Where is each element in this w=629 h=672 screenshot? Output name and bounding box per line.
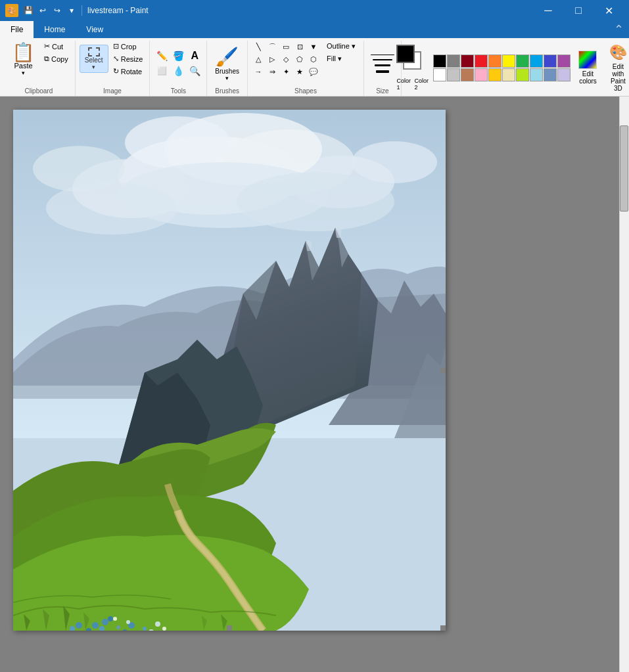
penta-shape[interactable]: ⬠ [293,53,306,65]
color1-box[interactable] [396,45,415,63]
size-display[interactable] [368,51,397,77]
size-line-1[interactable] [371,55,394,55]
shapes-group: ╲ ⌒ ▭ ⊡ ▼ △ ▷ ◇ ⬠ ⬡ → ⇒ ✦ [248,41,364,96]
brushes-button[interactable]: 🖌️ Brushes ▾ [211,43,243,84]
svg-point-28 [126,620,130,624]
pencil-button[interactable]: ✏️ [154,49,170,63]
size-line-2[interactable] [373,59,392,60]
shape-controls: Outline ▾ Fill ▾ [323,41,360,64]
color-swatch[interactable] [475,55,488,68]
ribbon: File Home View ⌃ 📋 Paste ▾ ✂ Cut [0,21,629,97]
clipboard-label: Clipboard [24,86,53,96]
color-swatch[interactable] [461,68,474,81]
tab-home[interactable]: Home [34,21,76,38]
paste-dropdown[interactable]: ▾ [22,70,25,76]
vertical-scrollbar[interactable] [619,97,629,672]
fill-button[interactable]: 🪣 [170,49,186,63]
star4-shape[interactable]: ✦ [279,66,292,78]
tools-group: ✏️ 🪣 A ⬜ 💧 🔍 Tools [150,41,207,96]
canvas-image[interactable] [13,110,446,631]
callout-shape[interactable]: 💬 [307,66,320,78]
canvas-wrapper [13,110,446,631]
color-swatch[interactable] [433,68,446,81]
star5-shape[interactable]: ★ [293,66,306,78]
copy-button[interactable]: ⧉ Copy [41,53,71,64]
close-button[interactable]: ✕ [594,0,624,21]
color-swatch[interactable] [447,68,460,81]
color-swatch[interactable] [502,68,515,81]
tab-file[interactable]: File [0,21,34,38]
edit-colors-label: Edit colors [578,70,597,85]
magnify-button[interactable]: 🔍 [187,64,202,78]
ribbon-collapse[interactable]: ⌃ [614,21,629,38]
crop-button[interactable]: ⊡ Crop [110,41,146,52]
minimize-button[interactable]: ─ [533,0,563,21]
size-tools [368,41,397,86]
clipboard-sub-buttons: ✂ Cut ⧉ Copy [41,41,71,64]
select-button[interactable]: Select ▾ [80,45,108,73]
color-swatch[interactable] [447,55,460,68]
curve-shape[interactable]: ⌒ [266,41,279,53]
arrow-shape[interactable]: → [252,66,265,78]
resize-handle-b[interactable] [227,625,232,631]
maximize-button[interactable]: □ [563,0,594,21]
color-picker-button[interactable]: 💧 [170,64,186,78]
color-swatch[interactable] [530,55,543,68]
color-swatch[interactable] [544,55,557,68]
edit-colors-button[interactable]: Edit colors [574,48,601,87]
paste-button[interactable]: 📋 Paste ▾ [7,41,40,79]
edit-with-3d-button[interactable]: 🎨 Edit with Paint 3D [605,41,629,95]
cut-button[interactable]: ✂ Cut [41,41,71,52]
fill-button[interactable]: Fill ▾ [323,53,360,64]
color-swatch[interactable] [516,68,529,81]
diamond-shape[interactable]: ◇ [279,53,292,65]
size-line-3[interactable] [375,64,390,66]
color-swatch[interactable] [502,55,515,68]
color-swatch[interactable] [557,68,571,81]
brushes-tools: 🖌️ Brushes ▾ [211,41,243,86]
rect-shape[interactable]: ▭ [279,41,292,53]
select-icon [88,47,100,56]
tri-shape[interactable]: △ [252,53,265,65]
resize-button[interactable]: ⤡ Resize [110,53,146,64]
outline-button[interactable]: Outline ▾ [323,41,360,52]
color-swatch[interactable] [557,55,571,68]
svg-point-19 [76,622,82,629]
arrow2-shape[interactable]: ⇒ [266,66,279,78]
color-swatches-container [433,55,571,81]
painting-svg [13,110,446,631]
app-icon: 🎨 [5,4,18,17]
resize-handle-br[interactable] [440,625,446,631]
color-swatch[interactable] [433,55,446,68]
hex-shape[interactable]: ⬡ [307,53,320,65]
color-swatch[interactable] [544,68,557,81]
text-button[interactable]: A [187,49,202,63]
color-swatch[interactable] [488,55,501,68]
fill-label: Fill ▾ [327,55,342,63]
title-bar-left: 🎨 💾 ↩ ↪ ▾ livestream - Paint [5,4,149,17]
resize-handle-r[interactable] [440,368,446,373]
svg-point-13 [102,619,108,625]
color-swatch[interactable] [461,55,474,68]
line-shape[interactable]: ╲ [252,41,265,53]
rotate-button[interactable]: ↻ Rotate [110,66,146,77]
size-line-4[interactable] [376,70,389,73]
rect2-shape[interactable]: ⊡ [293,41,306,53]
undo-button[interactable]: ↩ [37,5,49,16]
redo-button[interactable]: ↪ [51,5,63,16]
color-swatch[interactable] [475,68,488,81]
tab-view[interactable]: View [76,21,114,38]
qat-dropdown[interactable]: ▾ [66,5,78,16]
scroll-shape[interactable]: ▼ [307,41,320,53]
quick-access-toolbar: 💾 ↩ ↪ ▾ [22,5,83,16]
tri2-shape[interactable]: ▷ [266,53,279,65]
size-group: Size [364,41,402,96]
color-swatch[interactable] [530,68,543,81]
paste-label: Paste [14,62,32,70]
eraser-button[interactable]: ⬜ [154,64,170,78]
scrollbar-thumb[interactable] [620,125,628,212]
save-button[interactable]: 💾 [22,5,34,16]
color-swatch[interactable] [488,68,501,81]
color-swatch[interactable] [516,55,529,68]
canvas-area[interactable] [0,97,629,672]
